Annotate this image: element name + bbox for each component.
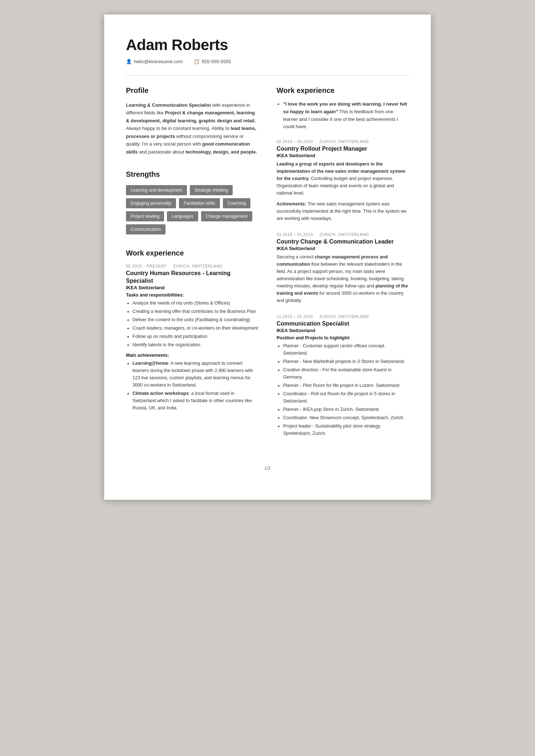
list-item: Planner - New Markethall projects in 3 S… [283, 358, 409, 365]
job-ach-right-1: Achivements: The new sales management sy… [277, 200, 409, 222]
achievements-list: Learning@home: A new learning approach t… [126, 360, 258, 412]
work-left-title: Work experience [126, 249, 258, 257]
highlight-label: Position and Projects to highlight: [277, 335, 409, 340]
list-item: Identify talents in the organization. [132, 341, 258, 348]
profile-title: Profile [126, 86, 258, 95]
responsibilities-list: Analyze the needs of my units (Stores & … [126, 299, 258, 348]
tag-project-leading: Project leading [126, 211, 164, 221]
page-number: 1/2 [126, 465, 409, 471]
job-entry-1: 05.2019 – PRESENT ZURICH, SWITZERLAND Co… [126, 264, 258, 412]
list-item: Deliver the content to the units (Facili… [132, 316, 258, 323]
profile-text-2: Always happy to be in constant learning.… [126, 126, 230, 131]
list-item: Coach leaders, managers, or co-workers o… [132, 324, 258, 332]
tag-learning-development: Learning and development [126, 185, 187, 195]
phone-item: 📋 555-555-5555 [194, 59, 231, 64]
phone-value: 555-555-5555 [202, 59, 231, 64]
job-title-right-1: Country Rollout Project Manager [277, 145, 409, 153]
profile-text: Learning & Communication Specialist with… [126, 101, 258, 156]
tag-engaging-personality: Engaging personality [126, 198, 176, 208]
job-ach-body-1: Learning@home: A new learning approach t… [126, 360, 258, 412]
list-item: Planner - IKEA pop Store In Zurich. Swit… [283, 406, 409, 413]
job-location-1: ZURICH, SWITZERLAND [173, 264, 222, 268]
job-company-right-1: IKEA Switzerland [277, 153, 409, 158]
job-title-right-2: Country Change & Communication Leader [277, 238, 409, 246]
job-location-right-2: ZURICH, SWITZERLAND [319, 232, 369, 237]
email-value: hello@kickresume.com [134, 59, 183, 64]
highlights-body: Planner - Customer support centre office… [277, 342, 409, 437]
profile-bold-1: Learning & Communication Specialist [126, 102, 211, 108]
job-desc-bold-3: planning of the training and events [277, 283, 408, 296]
strengths-title: Strengths [126, 170, 258, 179]
left-column: Profile Learning & Communication Special… [126, 86, 258, 447]
job-meta-right-2: 03.2018 – 01.2019 ZURICH, SWITZERLAND [277, 232, 409, 237]
job-dates-right-2: 03.2018 – 01.2019 [277, 232, 313, 237]
job-title-right-3: Communication Specialist [277, 320, 409, 328]
phone-icon: 📋 [194, 59, 200, 64]
candidate-name: Adam Roberts [126, 36, 409, 54]
list-item: Climate action workshops: a local format… [132, 390, 258, 412]
job-location-right-1: ZURICH, SWITZERLAND [319, 139, 369, 144]
job-company-1: IKEA Switzerland [126, 285, 258, 290]
job-entry-right-2: 03.2018 – 01.2019 ZURICH, SWITZERLAND Co… [277, 232, 409, 304]
ach-bold-1: Learning@home [132, 361, 168, 366]
list-item: Coordinator- New Showroom concept, Sprei… [283, 414, 409, 421]
job-company-right-3: IKEA Switzerland [277, 328, 409, 333]
header: Adam Roberts 👤 hello@kickresume.com 📋 55… [126, 36, 409, 64]
list-item: "I love the work you are doing with lear… [283, 101, 409, 131]
tag-strategic-thinking: Strategic thinking [190, 185, 233, 195]
email-icon: 👤 [126, 59, 132, 64]
list-item: Follow up on results and participation [132, 333, 258, 340]
tag-languages: Languages [167, 211, 198, 221]
list-item: Analyze the needs of my units (Stores & … [132, 299, 258, 307]
profile-bold-5: technology, design, and people. [185, 149, 257, 155]
ach-bold-2: Climate action workshops [132, 391, 189, 396]
list-item: Creative direction - For the sustainable… [283, 366, 409, 381]
work-experience-left: Work experience 05.2019 – PRESENT ZURICH… [126, 249, 258, 412]
job-ach-label-1: Main achievements: [126, 353, 258, 358]
list-item: Learning@home: A new learning approach t… [132, 360, 258, 389]
work-right-title: Work experience [277, 86, 409, 95]
list-item: Creating a learning offer that contribut… [132, 308, 258, 315]
job-entry-right-3: 11.2015 – 02.2018 ZURICH, SWITZERLAND Co… [277, 314, 409, 437]
main-content: Profile Learning & Communication Special… [126, 86, 409, 447]
tag-coaching: Coaching [223, 198, 251, 208]
quote-block: "I love the work you are doing with lear… [277, 101, 409, 131]
resume-page: Adam Roberts 👤 hello@kickresume.com 📋 55… [104, 15, 431, 500]
job-body-right-1: Leading a group of experts and developer… [277, 160, 409, 197]
job-dates-1: 05.2019 – PRESENT [126, 264, 167, 268]
job-dates-right-1: 02.2019 – 05.2019 [277, 139, 313, 144]
quote-list: "I love the work you are doing with lear… [277, 101, 409, 131]
profile-text-4: and passionate about [139, 149, 185, 155]
tag-communication: Communication [126, 224, 166, 234]
job-body-right-2: Securing a correct change management pro… [277, 253, 409, 304]
tag-change-management: Change management [201, 211, 252, 221]
list-item: Project leader - Sustainability pilot st… [283, 422, 409, 437]
list-item: Coordinator - Roll out Room for life pro… [283, 390, 409, 405]
job-desc-bold-2: change management process and communicat… [277, 254, 388, 267]
strengths-section: Strengths Learning and development Strat… [126, 170, 258, 234]
list-item: Planner - Pilot Room for life project in… [283, 382, 409, 389]
job-dates-right-3: 11.2015 – 02.2018 [277, 314, 313, 319]
job-company-right-2: IKEA Switzerland [277, 246, 409, 251]
tag-facilitation-skills: Facilitation skills [179, 198, 220, 208]
job-resp-body-1: Analyze the needs of my units (Stores & … [126, 299, 258, 348]
job-location-right-3: ZURICH, SWITZERLAND [319, 314, 369, 319]
email-item: 👤 hello@kickresume.com [126, 59, 183, 64]
highlights-list: Planner - Customer support centre office… [277, 342, 409, 437]
profile-section: Profile Learning & Communication Special… [126, 86, 258, 156]
contact-row: 👤 hello@kickresume.com 📋 555-555-5555 [126, 59, 409, 64]
job-meta-right-1: 02.2019 – 05.2019 ZURICH, SWITZERLAND [277, 139, 409, 144]
job-meta-right-3: 11.2015 – 02.2018 ZURICH, SWITZERLAND [277, 314, 409, 319]
ach-label-right-1: Achivements: [277, 201, 306, 207]
list-item: Planner - Customer support centre office… [283, 342, 409, 357]
header-divider [126, 75, 409, 75]
tag-grid: Learning and development Strategic think… [126, 185, 258, 234]
job-meta-1: 05.2019 – PRESENT ZURICH, SWITZERLAND [126, 264, 258, 268]
job-entry-right-1: 02.2019 – 05.2019 ZURICH, SWITZERLAND Co… [277, 139, 409, 222]
job-title-1: Country Human Resources - Learning Speci… [126, 270, 258, 285]
right-column: Work experience "I love the work you are… [277, 86, 409, 447]
job-resp-label-1: Tasks and responsibilities: [126, 293, 258, 298]
